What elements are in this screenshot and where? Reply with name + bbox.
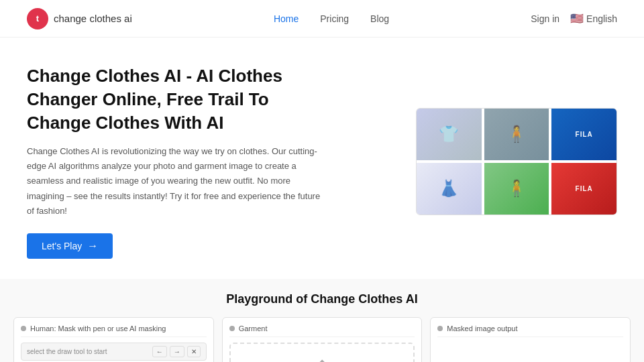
human-dot bbox=[21, 326, 26, 331]
playground-title: Playground of Change Clothes AI bbox=[13, 292, 631, 306]
arrow-icon: → bbox=[87, 240, 98, 252]
garment-panel: Garment ⬆ Drop Image Here - or - Click t… bbox=[222, 317, 423, 362]
fila-label-1: FILA bbox=[576, 131, 593, 138]
toolbar-hint: select the draw tool to start bbox=[27, 348, 107, 355]
cta-button[interactable]: Let's Play → bbox=[27, 233, 113, 259]
clothing-image-1: 👕 bbox=[417, 109, 482, 160]
language-selector[interactable]: 🇺🇸 English bbox=[570, 12, 617, 25]
playground-section: Playground of Change Clothes AI Human: M… bbox=[0, 279, 644, 362]
logo-icon: t bbox=[27, 8, 48, 29]
nav-links: Home Pricing Blog bbox=[274, 13, 389, 24]
hero-description: Change Clothes AI is revolutionizing the… bbox=[27, 144, 322, 218]
hero-title: Change Clothes AI - AI Clothes Changer O… bbox=[27, 64, 322, 135]
human-panel: Human: Mask with pen or use AI masking s… bbox=[13, 317, 214, 362]
masked-output-area: 🖼 bbox=[437, 343, 623, 362]
garment-panel-header: Garment bbox=[229, 324, 415, 337]
masked-output-panel: Masked image output 🖼 bbox=[430, 317, 631, 362]
playground-grid: Human: Mask with pen or use AI masking s… bbox=[13, 317, 631, 362]
toolbar-row: select the draw tool to start ← → ✕ bbox=[21, 343, 207, 361]
person-icon-2: 🧍 bbox=[506, 179, 527, 198]
toolbar-undo[interactable]: ← bbox=[152, 346, 167, 357]
upload-icon: ⬆ bbox=[316, 357, 328, 362]
masked-dot bbox=[437, 326, 443, 331]
fila-image-1: FILA bbox=[551, 109, 616, 160]
flag-icon: 🇺🇸 bbox=[570, 12, 584, 25]
logo[interactable]: t change clothes ai bbox=[27, 8, 132, 29]
person-image-2: 🧍 bbox=[484, 163, 549, 215]
drop-zone[interactable]: ⬆ Drop Image Here - or - Click to Upload bbox=[229, 343, 415, 362]
nav-blog[interactable]: Blog bbox=[370, 13, 389, 24]
masked-header-label: Masked image output bbox=[447, 324, 517, 333]
clothing-image-2: 👗 bbox=[417, 163, 482, 215]
human-header-label: Human: Mask with pen or use AI masking bbox=[30, 324, 166, 333]
brand-name: change clothes ai bbox=[54, 13, 132, 24]
toolbar-redo[interactable]: → bbox=[170, 346, 184, 357]
nav-right: Sign in 🇺🇸 English bbox=[531, 12, 617, 25]
masked-panel-header: Masked image output bbox=[437, 324, 623, 337]
lang-label: English bbox=[586, 13, 617, 24]
fila-image-2: FILA bbox=[551, 163, 616, 215]
fila-label-2: FILA bbox=[576, 185, 593, 192]
toolbar-actions: ← → ✕ bbox=[152, 346, 201, 357]
hero-text: Change Clothes AI - AI Clothes Changer O… bbox=[27, 64, 322, 259]
person-image-1: 🧍 bbox=[484, 109, 549, 160]
sign-in-link[interactable]: Sign in bbox=[531, 13, 559, 24]
logo-letter: t bbox=[36, 13, 39, 23]
shirt-icon-2: 👗 bbox=[439, 179, 459, 198]
nav-pricing[interactable]: Pricing bbox=[320, 13, 349, 24]
hero-image-grid: 👕 🧍 FILA 👗 🧍 FILA bbox=[416, 108, 617, 215]
human-panel-header: Human: Mask with pen or use AI masking bbox=[21, 324, 207, 337]
shirt-icon: 👕 bbox=[439, 125, 459, 143]
garment-header-label: Garment bbox=[239, 324, 268, 333]
toolbar-close[interactable]: ✕ bbox=[187, 346, 201, 357]
cta-label: Let's Play bbox=[42, 241, 82, 251]
garment-dot bbox=[229, 326, 235, 331]
person-icon-1: 🧍 bbox=[506, 125, 527, 143]
navbar: t change clothes ai Home Pricing Blog Si… bbox=[0, 0, 644, 38]
toolbar-left: select the draw tool to start bbox=[27, 348, 107, 355]
nav-home[interactable]: Home bbox=[274, 13, 299, 24]
hero-section: Change Clothes AI - AI Clothes Changer O… bbox=[0, 38, 644, 279]
